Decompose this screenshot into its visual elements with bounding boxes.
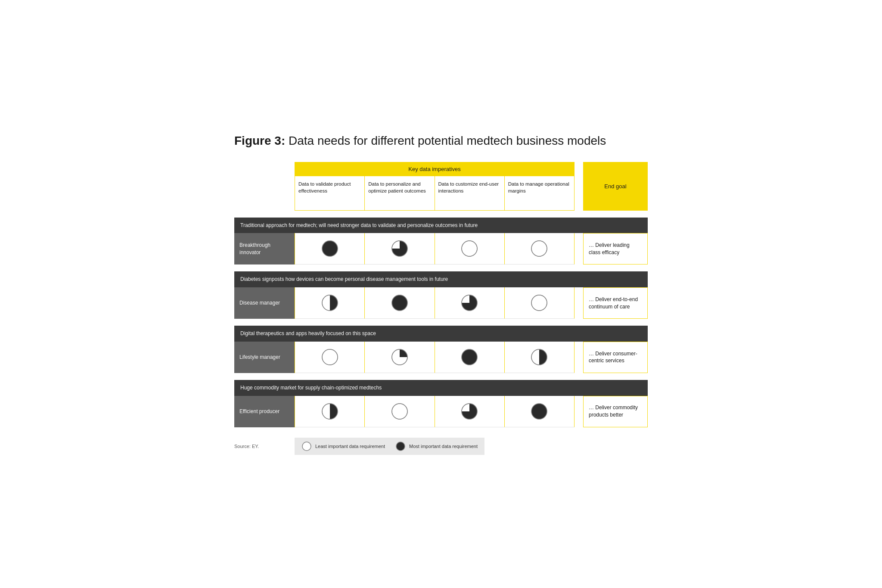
- source-text: Source: EY.: [234, 444, 295, 449]
- data-cell-0-0-3: [505, 233, 575, 264]
- data-cell-1-0-0: [295, 287, 365, 319]
- end-goal-header: End goal: [583, 162, 648, 211]
- data-cell-3-0-2: [435, 396, 505, 427]
- col-header-4: Data to manage operational margins: [505, 176, 575, 211]
- end-goal-cell-1-0: … Deliver end-to-end continuum of care: [583, 287, 648, 319]
- pie-icon: [530, 293, 549, 312]
- svg-point-37: [396, 442, 405, 451]
- row-label-0-0: Breakthrough innovator: [234, 233, 295, 264]
- data-cell-3-0-0: [295, 396, 365, 427]
- pie-icon: [460, 239, 479, 258]
- data-row-2-0: Lifestyle manager … Deliver consumer-cen…: [234, 342, 648, 373]
- sections-container: Traditional approach for medtech; will n…: [234, 218, 648, 427]
- data-cell-0-0-2: [435, 233, 505, 264]
- row-label-3-0: Efficient producer: [234, 396, 295, 427]
- pie-icon: [530, 239, 549, 258]
- page-container: Figure 3: Data needs for different poten…: [234, 133, 648, 455]
- data-cells-3-0: [295, 396, 575, 427]
- section-banner-1: Diabetes signposts how devices can becom…: [234, 271, 648, 287]
- row-label-1-0: Disease manager: [234, 287, 295, 319]
- data-cell-2-0-2: [435, 342, 505, 373]
- col-headers: Data to validate product effectiveness D…: [295, 176, 575, 211]
- col-header-3: Data to customize end-user interactions: [435, 176, 505, 211]
- legend-least-icon: [301, 441, 312, 451]
- pie-icon: [390, 239, 409, 258]
- pie-icon: [320, 402, 339, 421]
- col-header-1: Data to validate product effectiveness: [295, 176, 365, 211]
- key-imperatives-block: Key data imperatives Data to validate pr…: [295, 162, 575, 211]
- end-goal-spacer: [575, 233, 583, 264]
- header-area: Key data imperatives Data to validate pr…: [234, 162, 648, 211]
- end-goal-cell-3-0: … Deliver commodity products better: [583, 396, 648, 427]
- page-title: Figure 3: Data needs for different poten…: [234, 133, 648, 149]
- data-cell-3-0-1: [365, 396, 435, 427]
- pie-icon: [530, 348, 549, 367]
- pie-icon: [390, 402, 409, 421]
- data-cell-1-0-3: [505, 287, 575, 319]
- row-label-2-0: Lifestyle manager: [234, 342, 295, 373]
- data-cell-1-0-2: [435, 287, 505, 319]
- legend-least: Least important data requirement: [301, 441, 385, 451]
- end-goal-cell-2-0: … Deliver consumer-centric services: [583, 342, 648, 373]
- end-goal-cell-0-0: … Deliver leading class efficacy: [583, 233, 648, 264]
- end-goal-header-block: End goal: [583, 162, 648, 211]
- data-cell-2-0-0: [295, 342, 365, 373]
- spacer: [234, 162, 295, 211]
- svg-point-36: [302, 442, 311, 451]
- key-imperatives-header: Key data imperatives: [295, 162, 575, 176]
- pie-icon: [390, 293, 409, 312]
- legend-most: Most important data requirement: [395, 441, 478, 451]
- pie-icon: [460, 348, 479, 367]
- section-banner-0: Traditional approach for medtech; will n…: [234, 218, 648, 233]
- section-banner-3: Huge commodity market for supply chain-o…: [234, 380, 648, 396]
- legend-area: Source: EY. Least important data require…: [234, 438, 648, 455]
- legend-least-label: Least important data requirement: [315, 444, 385, 449]
- data-cell-2-0-1: [365, 342, 435, 373]
- pie-icon: [320, 348, 339, 367]
- pie-icon: [530, 402, 549, 421]
- legend-most-icon: [395, 441, 406, 451]
- end-goal-spacer: [575, 396, 583, 427]
- data-cell-2-0-3: [505, 342, 575, 373]
- data-cell-0-0-0: [295, 233, 365, 264]
- data-cells-1-0: [295, 287, 575, 319]
- legend-box: Least important data requirement Most im…: [295, 438, 484, 455]
- end-goal-spacer: [575, 342, 583, 373]
- legend-most-label: Most important data requirement: [409, 444, 478, 449]
- pie-icon: [390, 348, 409, 367]
- pie-icon: [320, 293, 339, 312]
- col-header-2: Data to personalize and optimize patient…: [365, 176, 435, 211]
- data-cell-1-0-1: [365, 287, 435, 319]
- pie-icon: [460, 402, 479, 421]
- data-row-1-0: Disease manager … Deliver end-to-end con…: [234, 287, 648, 319]
- pie-icon: [460, 293, 479, 312]
- section-banner-2: Digital therapeutics and apps heavily fo…: [234, 326, 648, 342]
- data-cells-2-0: [295, 342, 575, 373]
- end-goal-spacer: [575, 287, 583, 319]
- data-cell-0-0-1: [365, 233, 435, 264]
- pie-icon: [320, 239, 339, 258]
- figure-container: Key data imperatives Data to validate pr…: [234, 162, 648, 455]
- data-cell-3-0-3: [505, 396, 575, 427]
- data-row-3-0: Efficient producer … Deliver commodity p…: [234, 396, 648, 427]
- spacer2: [575, 162, 583, 211]
- data-row-0-0: Breakthrough innovator … Deliver leading…: [234, 233, 648, 264]
- data-cells-0-0: [295, 233, 575, 264]
